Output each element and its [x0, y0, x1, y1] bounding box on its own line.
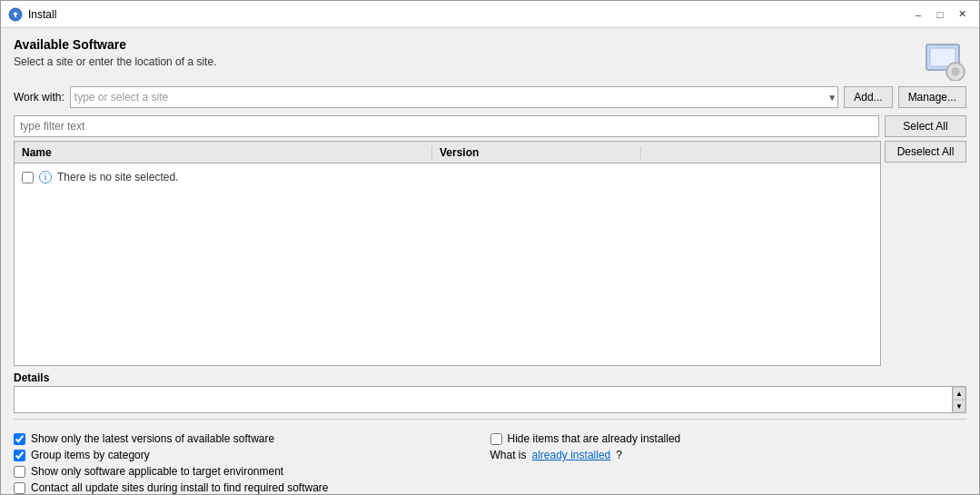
show-applicable-checkbox[interactable] — [14, 466, 25, 478]
maximize-button[interactable]: □ — [930, 5, 950, 25]
no-site-message: There is no site selected. — [57, 171, 178, 183]
scroll-down-button[interactable]: ▼ — [953, 400, 965, 412]
contact-all-checkbox[interactable] — [14, 482, 25, 494]
software-table: Name Version i There is no site selected… — [14, 141, 881, 366]
minimize-button[interactable]: – — [908, 5, 928, 25]
app-icon — [8, 7, 23, 22]
details-box: ▲ ▼ — [14, 386, 966, 413]
table-header: Name Version — [15, 142, 880, 163]
side-buttons: Deselect All — [885, 141, 966, 366]
show-latest-row: Show only the latest versions of availab… — [14, 432, 490, 445]
show-latest-checkbox[interactable] — [14, 433, 25, 445]
scroll-up-button[interactable]: ▲ — [953, 387, 965, 400]
group-by-category-row: Group items by category — [14, 449, 490, 461]
work-with-row: Work with: type or select a site ▼ Add..… — [14, 86, 966, 108]
contact-all-row: Contact all update sites during install … — [14, 481, 490, 494]
manage-button[interactable]: Manage... — [898, 86, 966, 108]
group-by-category-checkbox[interactable] — [14, 450, 25, 461]
already-installed-link[interactable]: already installed — [532, 449, 611, 461]
checkboxes-section: Show only the latest versions of availab… — [14, 432, 966, 494]
section-title: Available Software — [14, 37, 216, 52]
dialog-content: Available Software Select a site or ente… — [1, 28, 979, 494]
section-subtitle: Select a site or enter the location of a… — [14, 55, 216, 68]
show-applicable-row: Show only software applicable to target … — [14, 465, 490, 478]
install-icon — [923, 37, 966, 81]
hide-installed-label: Hide items that are already installed — [508, 432, 681, 445]
site-select-wrapper: type or select a site ▼ — [70, 86, 838, 108]
already-installed-row: What is already installed ? — [490, 449, 967, 461]
table-body: i There is no site selected. — [15, 163, 880, 365]
checkboxes-right: Hide items that are already installed Wh… — [490, 432, 967, 494]
row-checkbox[interactable] — [22, 172, 34, 183]
info-icon: i — [39, 171, 52, 183]
svg-point-5 — [954, 70, 957, 74]
select-all-button[interactable]: Select All — [885, 115, 966, 137]
filter-row: Select All — [14, 115, 966, 137]
filter-input[interactable] — [14, 115, 879, 137]
install-window: Install – □ ✕ Available Software Select … — [0, 0, 980, 495]
hide-installed-checkbox[interactable] — [490, 433, 502, 445]
name-column-header: Name — [15, 146, 432, 159]
group-by-category-label: Group items by category — [31, 449, 150, 461]
checkboxes-left: Show only the latest versions of availab… — [14, 432, 490, 494]
add-button[interactable]: Add... — [844, 86, 892, 108]
hide-installed-row: Hide items that are already installed — [490, 432, 967, 445]
title-bar: Install – □ ✕ — [1, 1, 979, 28]
already-installed-prefix: What is — [490, 449, 527, 461]
show-latest-label: Show only the latest versions of availab… — [31, 432, 274, 445]
details-section: Details ▲ ▼ — [14, 371, 966, 413]
window-title: Install — [28, 8, 908, 21]
show-applicable-label: Show only software applicable to target … — [31, 465, 283, 478]
already-installed-suffix: ? — [616, 449, 622, 461]
work-with-label: Work with: — [14, 91, 64, 104]
window-controls: – □ ✕ — [908, 5, 972, 25]
close-button[interactable]: ✕ — [952, 5, 972, 25]
table-row: i There is no site selected. — [15, 169, 880, 185]
contact-all-label: Contact all update sites during install … — [31, 481, 329, 494]
version-column-header: Version — [432, 146, 641, 159]
deselect-all-button[interactable]: Deselect All — [885, 141, 966, 163]
header-row: Available Software Select a site or ente… — [14, 37, 966, 81]
details-scrollbar: ▲ ▼ — [952, 387, 965, 412]
details-label: Details — [14, 371, 966, 384]
divider — [14, 419, 966, 420]
site-select[interactable]: type or select a site — [70, 86, 838, 108]
header-text: Available Software Select a site or ente… — [14, 37, 216, 68]
main-area: Name Version i There is no site selected… — [14, 141, 966, 366]
